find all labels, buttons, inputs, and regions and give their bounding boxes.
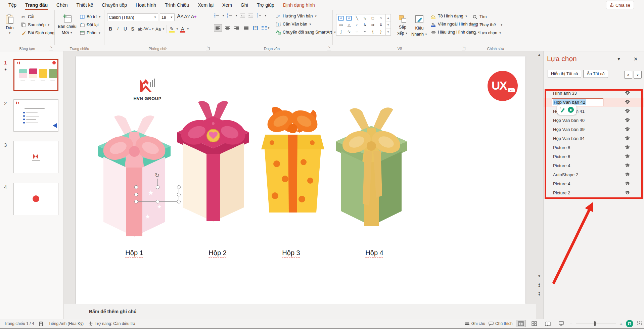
add-remove-columns-button[interactable]: ▼	[261, 24, 270, 32]
underline-button[interactable]: U	[122, 25, 129, 33]
shapes-gallery-scroll[interactable]: ▲ ▼ ▼̱	[386, 14, 391, 36]
scroll-down-icon[interactable]: ▼	[386, 21, 390, 29]
reading-view-button[interactable]	[543, 320, 553, 327]
selection-item-11[interactable]: Picture 2	[544, 188, 644, 197]
box-label-2[interactable]: Hộp 2	[197, 249, 238, 257]
shape-glyph-0[interactable]: A	[338, 16, 343, 20]
zoom-slider-thumb[interactable]	[594, 321, 596, 326]
dialog-launcher-icon[interactable]	[327, 47, 331, 50]
shape-glyph-14[interactable]: ⌣	[356, 30, 358, 34]
increase-font-button[interactable]: A˄	[177, 13, 184, 20]
selection-item-6[interactable]: Picture 8	[544, 143, 644, 152]
eye-icon[interactable]	[624, 154, 631, 160]
font-size-combo[interactable]: 18▼	[160, 13, 175, 21]
shape-glyph-13[interactable]: ∿	[347, 30, 351, 34]
slide-sorter-view-button[interactable]	[529, 320, 539, 327]
shapes-gallery[interactable]: AA╲↘□○▭△⌐↳⇒⇓∫∿⌣~{}	[336, 14, 386, 36]
more-shapes-icon[interactable]: ▼̱	[386, 29, 390, 35]
resize-handle-n[interactable]	[156, 185, 159, 189]
slide-thumbnail-1[interactable]	[13, 59, 58, 91]
resize-handle-ne[interactable]	[177, 185, 181, 189]
shape-glyph-5[interactable]: ○	[380, 16, 382, 20]
replace-button[interactable]: bcThay thế▼	[471, 21, 504, 29]
decrease-font-button[interactable]: A˅	[184, 13, 190, 20]
eye-icon[interactable]	[624, 181, 631, 187]
language-indicator[interactable]: Tiếng Anh (Hoa Kỳ)	[49, 321, 84, 326]
resize-handle-e[interactable]	[177, 193, 181, 196]
text-shadow-button[interactable]: S	[129, 25, 136, 33]
tab-trợ-giúp[interactable]: Trợ giúp	[252, 0, 279, 10]
decrease-indent-icon[interactable]	[240, 13, 246, 18]
tab-hoạt-hình[interactable]: Hoạt hình	[131, 0, 160, 10]
shape-glyph-1[interactable]: A	[347, 16, 352, 20]
section-button[interactable]: Phần▼	[78, 29, 102, 37]
change-case-button[interactable]: Aa	[155, 25, 162, 33]
eye-icon[interactable]	[624, 136, 631, 142]
resize-handle-s[interactable]	[156, 200, 159, 203]
rotate-handle[interactable]: ↻	[155, 172, 159, 179]
shape-glyph-2[interactable]: ╲	[356, 16, 358, 20]
align-center-button[interactable]	[223, 24, 231, 32]
eye-icon[interactable]	[624, 99, 631, 105]
eye-icon[interactable]	[624, 117, 631, 124]
selection-item-10[interactable]: Picture 4	[544, 179, 644, 188]
dialog-launcher-icon[interactable]	[206, 47, 210, 50]
selection-item-3[interactable]: Hộp Văn bản 40	[544, 116, 644, 125]
font-name-combo[interactable]: Calibri (Thân)▼	[107, 13, 158, 21]
shape-glyph-9[interactable]: ↳	[363, 23, 367, 27]
shape-glyph-10[interactable]: ⇒	[371, 23, 374, 27]
eye-icon[interactable]	[624, 163, 631, 169]
scroll-down-icon[interactable]: ▼	[536, 274, 543, 278]
shape-glyph-3[interactable]: ↘	[363, 16, 367, 20]
tab-ghi[interactable]: Ghi	[236, 0, 252, 10]
send-backward-button[interactable]: ∨	[634, 71, 642, 79]
scroll-up-icon[interactable]: ▲	[536, 53, 543, 56]
normal-view-button[interactable]	[516, 320, 526, 327]
slide-thumbnail-4[interactable]	[13, 183, 58, 215]
tab-chèn[interactable]: Chèn	[52, 0, 72, 10]
select-button[interactable]: Lựa chọn▼	[471, 29, 504, 37]
bullets-icon[interactable]	[214, 13, 220, 18]
notes-area[interactable]: Bấm để thêm ghi chú	[64, 304, 536, 319]
layout-button[interactable]: Bố trí▼	[78, 13, 102, 21]
grammarly-widget[interactable]: ✦ ◆	[557, 104, 577, 115]
increase-indent-icon[interactable]	[248, 13, 254, 18]
quick-styles-button[interactable]: Kiểu Nhanh▼	[411, 12, 428, 37]
gift-box-2[interactable]	[175, 93, 252, 224]
notes-toggle[interactable]: Ghi chú	[465, 321, 485, 326]
font-color-button[interactable]: A	[179, 25, 186, 33]
copy-button[interactable]: Sao chép▼	[19, 21, 55, 29]
bold-button[interactable]: B	[107, 25, 114, 33]
eye-icon[interactable]	[624, 190, 631, 196]
gift-box-3[interactable]	[253, 92, 331, 221]
comments-toggle[interactable]: Chú thích	[489, 321, 512, 326]
next-slide-button[interactable]: ▼▼	[536, 292, 543, 296]
shape-glyph-7[interactable]: △	[348, 23, 351, 27]
gift-box-1[interactable]: ★ ★ ★	[94, 105, 175, 239]
scroll-up-icon[interactable]: ▲	[386, 14, 390, 21]
shape-glyph-17[interactable]: }	[380, 30, 381, 34]
line-spacing-icon[interactable]	[256, 13, 262, 18]
chevron-down-icon[interactable]: ▼	[617, 57, 621, 61]
proofing-icon[interactable]	[39, 321, 44, 326]
italic-button[interactable]: I	[114, 25, 121, 33]
eye-icon[interactable]	[624, 90, 631, 96]
zoom-in-button[interactable]: +	[619, 321, 623, 327]
selection-item-9[interactable]: AutoShape 2	[544, 170, 644, 179]
box-label-1[interactable]: Hộp 1	[114, 249, 154, 257]
highlight-color-button[interactable]: ✎	[169, 25, 175, 33]
zoom-out-button[interactable]: −	[569, 321, 572, 327]
shape-glyph-4[interactable]: □	[372, 16, 374, 20]
dialog-launcher-icon[interactable]	[49, 47, 53, 50]
strikethrough-button[interactable]: ab	[137, 25, 143, 33]
accessibility-indicator[interactable]: Trợ năng: Cần điều tra	[88, 321, 135, 326]
cut-button[interactable]: ✂Cắt	[19, 13, 55, 21]
tab-trình-chiếu[interactable]: Trình Chiếu	[160, 0, 194, 10]
previous-slide-button[interactable]: ▲▲	[536, 283, 543, 287]
show-all-button[interactable]: Hiển thị Tất cả	[548, 70, 581, 78]
align-text-button[interactable]: Căn Văn bản▼	[274, 20, 337, 28]
arrange-button[interactable]: Sắp xếp▼	[395, 12, 410, 36]
fit-slide-to-window-button[interactable]	[637, 321, 642, 327]
shape-glyph-12[interactable]: ∫	[340, 30, 341, 34]
selection-item-0[interactable]: Hình ảnh 33	[544, 89, 644, 98]
